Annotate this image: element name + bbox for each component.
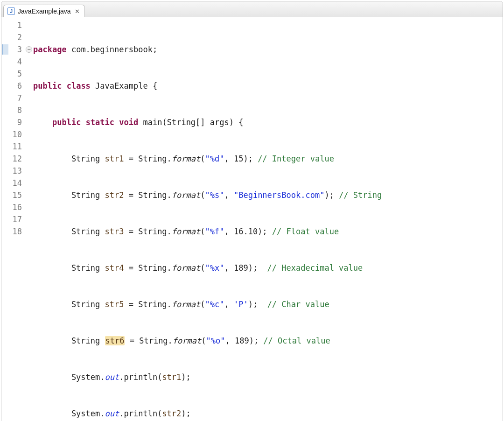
- editor-tab-javaexample[interactable]: J JavaExample.java ✕: [3, 5, 85, 17]
- highlight-declaration: str6: [105, 336, 125, 345]
- code-line: public static void main(String[] args) {: [33, 116, 503, 128]
- line-number: 6: [9, 80, 22, 92]
- code-line: String str2 = String.format("%s", "Begin…: [33, 189, 503, 201]
- line-number: 5: [9, 68, 22, 80]
- line-number: 12: [9, 153, 22, 165]
- code-line: String str3 = String.format("%f", 16.10)…: [33, 225, 503, 238]
- line-number: 8: [9, 104, 22, 116]
- line-number: 11: [9, 140, 22, 153]
- line-number: 17: [9, 213, 22, 225]
- fold-toggle-icon[interactable]: −: [26, 46, 32, 53]
- override-marker-icon: [2, 44, 8, 55]
- code-line: String str4 = String.format("%x", 189); …: [33, 262, 503, 274]
- line-number: 16: [9, 201, 22, 213]
- code-line: package com.beginnersbook;: [33, 43, 503, 56]
- line-number: 1: [9, 19, 22, 31]
- line-number: 14: [9, 177, 22, 189]
- gutter-annotations: [1, 19, 9, 421]
- line-number: 4: [9, 56, 22, 68]
- line-number: 13: [9, 165, 22, 177]
- line-number: 9: [9, 116, 22, 128]
- editor-tab-bar: J JavaExample.java ✕: [1, 1, 503, 17]
- line-number: 3: [9, 43, 22, 56]
- line-number: 18: [9, 225, 22, 238]
- line-number: 15: [9, 189, 22, 201]
- editor-panel: J JavaExample.java ✕ 1 2 3 4 5 6 7 8 9 1…: [1, 1, 503, 421]
- code-line: String str6 = String.format("%o", 189); …: [33, 335, 503, 347]
- line-number: 7: [9, 92, 22, 104]
- code-line: String str1 = String.format("%d", 15); /…: [33, 153, 503, 165]
- code-line: public class JavaExample {: [33, 80, 503, 92]
- line-number-gutter: 1 2 3 4 5 6 7 8 9 10 11 12 13 14 15 16 1…: [9, 19, 25, 421]
- code-line: System.out.println(str2);: [33, 407, 503, 420]
- code-editor[interactable]: 1 2 3 4 5 6 7 8 9 10 11 12 13 14 15 16 1…: [1, 17, 503, 421]
- editor-tab-label: JavaExample.java: [18, 7, 71, 15]
- close-icon[interactable]: ✕: [75, 8, 80, 15]
- line-number: 2: [9, 31, 22, 43]
- code-content[interactable]: package com.beginnersbook; public class …: [33, 19, 503, 421]
- fold-gutter: −: [25, 19, 33, 421]
- code-line: System.out.println(str1);: [33, 371, 503, 383]
- code-line: String str5 = String.format("%c", 'P'); …: [33, 298, 503, 310]
- java-file-icon: J: [7, 7, 15, 15]
- line-number: 10: [9, 128, 22, 140]
